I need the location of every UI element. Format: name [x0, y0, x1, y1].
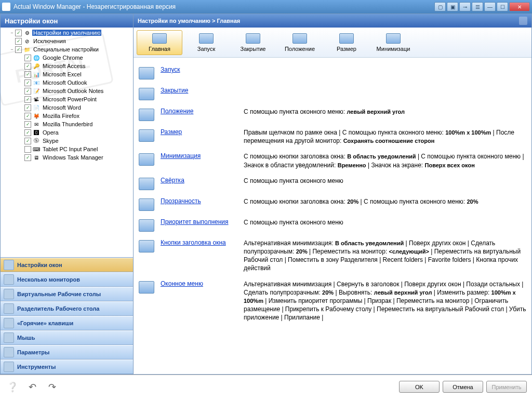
content-area[interactable]: ЗапускЗакрытиеПоложениеС помощью пункта … [134, 58, 531, 374]
tree-item[interactable]: ✓ⓈSkype [1, 137, 133, 145]
help-icon[interactable]: ❔ [5, 380, 20, 394]
cancel-button[interactable]: Отмена [443, 381, 483, 393]
checkbox[interactable]: ✓ [15, 46, 22, 53]
section-link[interactable]: Положение [161, 108, 193, 115]
toolbar-tab[interactable]: Главная [137, 30, 182, 55]
section-description: С помощью пункта оконного меню: левый ве… [244, 108, 526, 116]
main-area: Настройки окон PORTAL −✓⚙Настройки по ум… [0, 14, 532, 375]
nav-button[interactable]: Несколько мониторов [1, 272, 133, 287]
checkbox[interactable]: ✓ [24, 55, 31, 61]
section-link[interactable]: Кнопки заголовка окна [161, 239, 226, 246]
item-icon: 📊 [32, 70, 41, 78]
tree-item[interactable]: ✓📧Microsoft Outlook [1, 78, 133, 87]
custom-btn-4[interactable]: ☰ [472, 2, 483, 11]
breadcrumb: Настройки по умолчанию > Главная [138, 18, 240, 24]
redo-icon[interactable]: ↷ [45, 380, 59, 394]
tree-item[interactable]: ✓🅾Opera [1, 128, 133, 137]
tree-item[interactable]: ✓✉Mozilla Thunderbird [1, 120, 133, 128]
custom-btn-3[interactable]: ⊸ [459, 2, 471, 11]
tree-item[interactable]: ✓⊘Исключения [1, 37, 133, 45]
nav-icon [4, 362, 14, 372]
tree-item-label: Microsoft PowerPoint [42, 96, 98, 102]
tree-item[interactable]: −✓⚙Настройки по умолчанию [1, 29, 133, 37]
section-link[interactable]: Запуск [161, 66, 180, 73]
tree-item[interactable]: ✓📝Microsoft Outlook Notes [1, 87, 133, 95]
item-icon: 🔑 [32, 62, 41, 70]
tree-item-label: Mozilla Firefox [42, 113, 81, 119]
checkbox[interactable]: ✓ [24, 138, 31, 144]
tab-label: Размер [337, 46, 356, 52]
checkbox[interactable]: ✓ [15, 30, 22, 36]
maximize-button[interactable]: ☐ [497, 2, 508, 11]
tab-icon [386, 33, 401, 44]
section-link[interactable]: Оконное меню [161, 280, 203, 287]
tree-item[interactable]: ✓📊Microsoft Excel [1, 70, 133, 78]
toolbar-tab[interactable]: Размер [324, 30, 369, 55]
nav-button[interactable]: Виртуальные Рабочие столы [1, 287, 133, 301]
tree-item-label: Windows Task Manager [42, 154, 104, 161]
ok-button[interactable]: OK [399, 381, 440, 393]
tab-icon [292, 33, 307, 44]
nav-label: Настройки окон [17, 262, 62, 268]
nav-button[interactable]: Настройки окон [1, 258, 133, 272]
tree-item[interactable]: ✓📄Microsoft Word [1, 103, 133, 112]
checkbox[interactable]: ✓ [24, 113, 31, 119]
toolbar-tab[interactable]: Положение [277, 30, 323, 55]
toolbar-tab[interactable]: Запуск [183, 30, 229, 55]
checkbox[interactable]: ✓ [24, 129, 31, 136]
section-link[interactable]: Минимизация [161, 152, 201, 159]
settings-tree[interactable]: PORTAL −✓⚙Настройки по умолчанию✓⊘Исключ… [1, 28, 133, 257]
section-row: Закрытие [139, 87, 526, 100]
checkbox[interactable]: ✓ [24, 121, 31, 128]
section-link[interactable]: Прозрачность [161, 197, 201, 205]
expand-icon[interactable]: − [9, 30, 15, 35]
tree-item[interactable]: ⌨Tablet PC Input Panel [1, 145, 133, 153]
tab-label: Запуск [197, 46, 215, 52]
checkbox[interactable]: ✓ [24, 79, 31, 86]
toolbar-tab[interactable]: Минимизаци [370, 30, 416, 55]
checkbox[interactable]: ✓ [24, 63, 31, 70]
tree-item[interactable]: −✓📁Специальные настройки [1, 45, 133, 54]
custom-btn-1[interactable]: ▢ [434, 2, 446, 11]
checkbox[interactable]: ✓ [24, 96, 31, 103]
nav-icon [4, 274, 14, 285]
section-link[interactable]: Приоритет выполнения [161, 218, 229, 225]
item-icon: 📽 [32, 95, 41, 103]
section-link[interactable]: Свёртка [161, 177, 184, 184]
checkbox[interactable]: ✓ [24, 88, 31, 95]
tree-item[interactable]: ✓🔑Microsoft Access [1, 62, 133, 70]
nav-label: Инструменты [17, 364, 56, 370]
section-description: С помощью пункта оконного меню [244, 218, 526, 227]
nav-button[interactable]: Разделитель Рабочего стола [1, 301, 133, 316]
nav-button[interactable]: «Горячие» клавиши [1, 316, 133, 330]
minimize-button[interactable]: — [484, 2, 496, 11]
checkbox[interactable]: ✓ [24, 154, 31, 161]
custom-btn-2[interactable]: ▣ [447, 2, 458, 11]
section-link[interactable]: Размер [161, 128, 182, 136]
section-link[interactable]: Закрытие [161, 87, 188, 94]
tree-item[interactable]: ✓🌐Google Chrome [1, 54, 133, 62]
close-button[interactable]: ✕ [509, 2, 530, 11]
section-icon [139, 88, 154, 100]
checkbox[interactable]: ✓ [15, 38, 22, 45]
section-row: Приоритет выполненияС помощью пункта око… [139, 218, 526, 232]
popout-icon[interactable] [519, 17, 527, 25]
toolbar-tab[interactable]: Закрытие [230, 30, 276, 55]
nav-button[interactable]: Мышь [1, 330, 133, 345]
titlebar: Actual Window Manager - Незарегистрирова… [0, 0, 532, 14]
tree-item[interactable]: ✓🦊Mozilla Firefox [1, 112, 133, 120]
right-panel-header: Настройки по умолчанию > Главная [134, 14, 531, 28]
section-description: С помощью кнопки заголовка окна: 20% | С… [244, 197, 526, 206]
section-row: ПоложениеС помощью пункта оконного меню:… [139, 108, 526, 121]
checkbox[interactable] [24, 146, 31, 153]
checkbox[interactable]: ✓ [24, 104, 31, 111]
expand-icon[interactable]: − [9, 47, 15, 52]
checkbox[interactable]: ✓ [24, 71, 31, 78]
tree-item[interactable]: ✓📽Microsoft PowerPoint [1, 95, 133, 103]
nav-button[interactable]: Параметры [1, 345, 133, 360]
tree-item[interactable]: ✓🖥Windows Task Manager [1, 153, 133, 162]
nav-button[interactable]: Инструменты [1, 360, 133, 374]
left-panel: Настройки окон PORTAL −✓⚙Настройки по ум… [1, 14, 134, 374]
undo-icon[interactable]: ↶ [25, 380, 39, 394]
apply-button[interactable]: Применить [486, 381, 527, 393]
